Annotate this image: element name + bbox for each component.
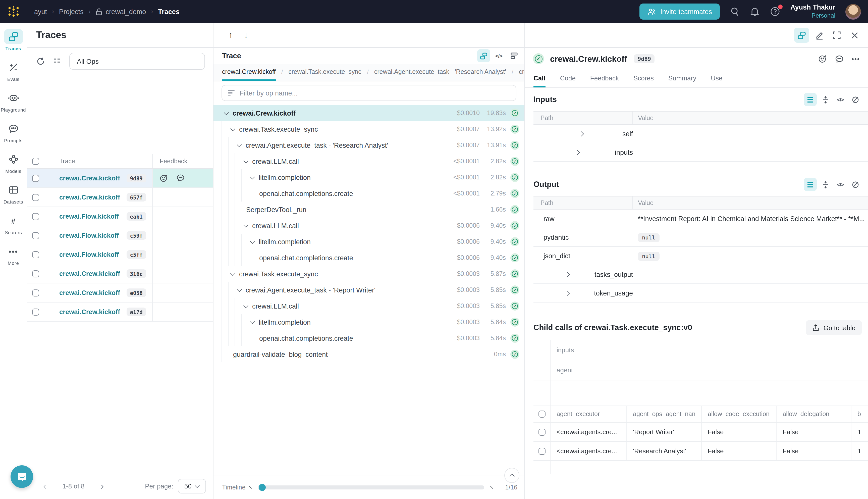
chevron-right-icon[interactable] [541,272,595,276]
annotate-pen-icon[interactable] [812,28,827,43]
tab-code[interactable]: Code [560,70,576,87]
table-row[interactable]: crewai.Crew.kickoff 657f [27,188,213,207]
chevron-down-icon[interactable] [228,127,237,131]
table-row[interactable]: crewai.Flow.kickoff c5ff [27,245,213,264]
tree-row[interactable]: crewai.Agent.execute_task - 'Report Writ… [213,282,524,298]
sidebar-item-more[interactable]: ••• More [0,244,27,266]
output-row-raw[interactable]: raw **Investment Report: AI in Chemical … [533,209,868,228]
tab-task-execute-sync[interactable]: crewai.Task.execute_sync [288,64,361,81]
go-to-table-button[interactable]: Go to table [806,320,862,335]
chevron-right-icon[interactable] [541,132,622,135]
input-row-inputs[interactable]: inputs [533,143,868,162]
chevron-right-icon[interactable] [541,150,615,154]
table-row[interactable]: crewai.Crew.kickoff a17d [27,303,213,321]
tree-row[interactable]: openai.chat.completions.create $0.00069.… [213,250,524,266]
notifications-bell-icon[interactable] [750,7,760,16]
sidebar-item-prompts[interactable]: Prompts [0,121,27,143]
sidebar-item-scorers[interactable]: # Scorers [0,213,27,235]
tree-row[interactable]: crewai.Task.execute_sync $0.000713.92s ✓ [213,121,524,137]
row-checkbox[interactable] [32,270,39,277]
prev-call-arrow-icon[interactable]: ↑ [228,30,233,40]
add-reaction-icon[interactable] [160,174,168,182]
prev-page-chevron[interactable]: ‹ [40,480,49,492]
support-chat-button[interactable] [11,465,33,488]
timeline-prev-icon[interactable] [246,485,256,489]
trace-link[interactable]: crewai.Crew.kickoff [59,270,120,277]
tree-row[interactable]: crewai.LLM.call $0.00035.85s ✓ [213,298,524,314]
breadcrumb-projects[interactable]: Projects [59,8,84,15]
refresh-icon[interactable] [36,57,45,66]
row-checkbox[interactable] [32,251,39,258]
output-row-json-dict[interactable]: json_dict null [533,247,868,265]
chevron-down-icon[interactable] [228,272,237,276]
tab-call[interactable]: Call [533,70,546,87]
avatar[interactable] [845,4,861,19]
row-checkbox[interactable] [538,448,545,454]
tab-scores[interactable]: Scores [633,70,654,87]
tab-feedback[interactable]: Feedback [590,70,619,87]
show-trace-tree-icon[interactable] [794,28,809,43]
overflow-menu-icon[interactable]: ••• [852,55,860,63]
feedback-column-header[interactable]: Feedback [152,154,213,168]
row-checkbox[interactable] [538,428,545,436]
input-row-self[interactable]: self [533,125,868,143]
flame-graph-icon[interactable] [507,49,520,62]
chevron-right-icon[interactable] [541,291,594,295]
trace-column-header[interactable]: Trace [44,158,152,165]
tree-row[interactable]: crewai.LLM.call <$0.00012.82s ✓ [213,153,524,169]
chevron-down-icon[interactable] [248,240,257,243]
tree-row[interactable]: openai.chat.completions.create <$0.00012… [213,185,524,202]
chevron-down-icon[interactable] [248,320,257,324]
timeline-next-icon[interactable] [486,485,496,489]
sidebar-item-evals[interactable]: Evals [0,60,27,82]
select-all-checkbox[interactable] [32,158,39,165]
tree-row[interactable]: SerperDevTool._run 1.66s ✓ [213,202,524,218]
table-row[interactable]: crewai.Crew.kickoff 9d89 [27,169,213,188]
row-checkbox[interactable] [32,213,39,220]
trace-link[interactable]: crewai.Flow.kickoff [59,232,119,239]
chevron-down-icon[interactable] [248,175,257,179]
row-checkbox[interactable] [32,232,39,239]
op-filter-input[interactable] [239,89,510,97]
timeline-slider-knob[interactable] [259,484,266,491]
list-view-icon[interactable] [804,178,817,191]
wandb-logo-icon[interactable] [7,5,20,18]
expand-rows-icon[interactable] [819,93,832,106]
tree-row[interactable]: crewai.LLM.call $0.00069.40s ✓ [213,218,524,234]
column-filter-icon[interactable] [53,57,62,66]
column-header[interactable]: allow_delegation [777,406,852,422]
row-checkbox[interactable] [32,194,39,201]
column-header[interactable]: b [852,406,868,422]
tab-llm-call[interactable]: crewai.LLM.cal [519,64,524,81]
tree-row[interactable]: openai.chat.completions.create $0.00035.… [213,330,524,346]
table-row[interactable]: crewai.Flow.kickoff c59f [27,226,213,245]
column-header[interactable]: allow_code_execution [702,406,777,422]
tree-row[interactable]: litellm.completion $0.00035.84s ✓ [213,314,524,330]
select-all-checkbox[interactable] [538,411,545,417]
table-row[interactable]: crewai.Crew.kickoff e058 [27,283,213,303]
chevron-down-icon[interactable] [222,111,231,115]
trace-link[interactable]: crewai.Flow.kickoff [59,251,119,258]
tab-use[interactable]: Use [711,70,722,87]
table-row[interactable]: crewai.Crew.kickoff 316c [27,264,213,283]
user-info[interactable]: Ayush Thakur Personal [790,3,835,20]
trace-link[interactable]: crewai.Crew.kickoff [59,174,120,182]
code-view-icon[interactable]: </> [834,178,847,191]
tab-summary[interactable]: Summary [668,70,696,87]
timeline-slider[interactable] [258,485,484,489]
table-row[interactable]: crewai.Flow.kickoff eab1 [27,207,213,226]
hide-values-icon[interactable] [849,178,862,191]
breadcrumb-project[interactable]: crewai_demo [96,8,146,15]
tree-view-icon[interactable] [477,49,490,62]
chevron-down-icon[interactable] [241,304,250,308]
column-header[interactable]: agent_ops_agent_nan [627,406,702,422]
comment-icon[interactable] [176,174,185,182]
tree-row[interactable]: litellm.completion $0.00069.40s ✓ [213,234,524,250]
chevron-down-icon[interactable] [241,224,250,227]
comment-icon[interactable] [835,54,844,63]
ops-filter-select[interactable]: All Ops [69,53,205,70]
breadcrumb-page[interactable]: Traces [158,8,179,15]
per-page-select[interactable]: 50 [178,479,206,494]
trace-link[interactable]: crewai.Crew.kickoff [59,289,120,296]
tree-row[interactable]: crewai.Agent.execute_task - 'Research An… [213,137,524,153]
